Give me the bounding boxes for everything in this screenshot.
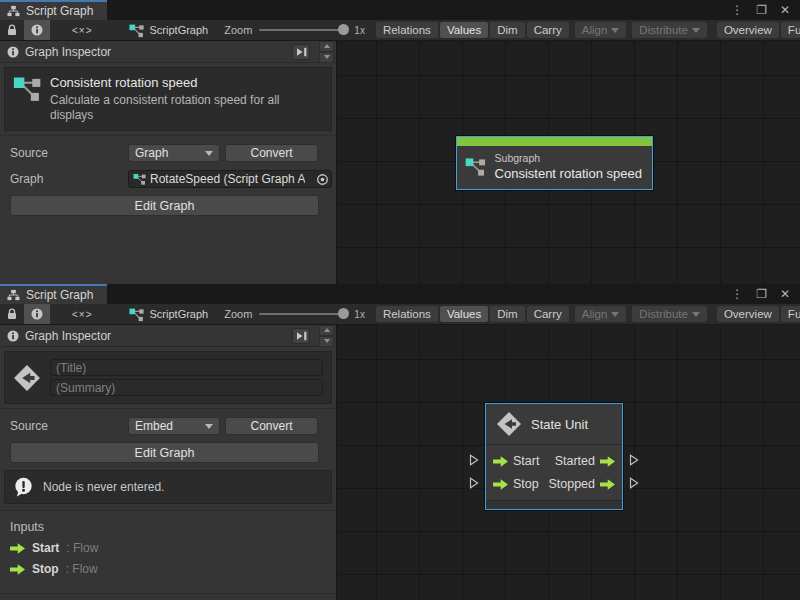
inputs-header: Inputs — [10, 520, 336, 534]
source-dropdown[interactable]: Graph — [128, 144, 220, 162]
script-graph-window-top: Script Graph ⋮ ❐ ✕ <×> ScriptGraph Zoom … — [0, 0, 800, 284]
overview-button[interactable]: Overview — [717, 22, 779, 38]
graph-name-text: ScriptGraph — [150, 24, 209, 36]
current-graph-label: ScriptGraph — [119, 20, 219, 40]
port-list-item: Stop : Flow — [10, 562, 336, 576]
zoom-label: Zoom — [224, 24, 252, 36]
carry-button[interactable]: Carry — [527, 22, 569, 38]
zoom-slider[interactable] — [259, 313, 347, 315]
input-port[interactable]: Start — [493, 454, 539, 468]
state-unit-icon — [496, 411, 522, 437]
edit-graph-button[interactable]: Edit Graph — [10, 195, 319, 216]
convert-button[interactable]: Convert — [225, 144, 318, 162]
tab-script-graph[interactable]: Script Graph — [0, 284, 107, 304]
external-input-port-icon[interactable] — [469, 454, 479, 466]
code-view-button[interactable]: <×> — [50, 304, 115, 324]
zoom-slider[interactable] — [259, 29, 347, 31]
node-color-bar — [457, 137, 652, 146]
inspector-toggle-button[interactable] — [24, 20, 50, 40]
values-button[interactable]: Values — [440, 22, 488, 38]
graph-icon — [129, 307, 144, 322]
port-list-item: Start : Flow — [10, 541, 336, 555]
object-picker-button[interactable] — [316, 173, 329, 186]
external-input-port-icon[interactable] — [469, 477, 479, 489]
carry-button[interactable]: Carry — [527, 306, 569, 322]
arrow-up-icon — [324, 328, 330, 332]
arrow-down-icon — [324, 55, 330, 59]
source-label: Source — [10, 146, 128, 160]
full-screen-button[interactable]: Full Screen — [781, 306, 800, 322]
zoom-value: 1x — [354, 25, 365, 36]
subgraph-node[interactable]: Subgraph Consistent rotation speed — [456, 136, 653, 190]
lock-button[interactable] — [0, 20, 24, 40]
values-button[interactable]: Values — [440, 306, 488, 322]
external-output-port-icon[interactable] — [629, 454, 639, 466]
current-graph-label: ScriptGraph — [119, 304, 219, 324]
source-dropdown[interactable]: Embed — [128, 417, 220, 435]
info-icon — [7, 330, 19, 342]
lock-button[interactable] — [0, 304, 24, 324]
graph-info-box: Consistent rotation speed Calculate a co… — [4, 67, 332, 131]
external-output-port-icon[interactable] — [629, 477, 639, 489]
info-icon — [31, 308, 43, 320]
outputs-section: Outputs — [0, 593, 336, 600]
graph-icon — [129, 23, 144, 38]
overview-button[interactable]: Overview — [717, 306, 779, 322]
source-row: Source Embed Convert — [10, 417, 319, 435]
relations-button[interactable]: Relations — [376, 22, 438, 38]
edit-graph-button[interactable]: Edit Graph — [10, 442, 319, 463]
window-menu-icon[interactable]: ⋮ — [731, 287, 743, 301]
script-graph-tab-icon — [7, 289, 20, 301]
input-port[interactable]: Stop — [493, 477, 539, 491]
tab-script-graph[interactable]: Script Graph — [0, 0, 107, 20]
lock-icon — [7, 308, 17, 320]
script-graph-window-bottom: Script Graph ⋮ ❐ ✕ <×> ScriptGraph Zoom … — [0, 284, 800, 600]
scroll-up-button[interactable] — [319, 325, 334, 336]
relations-button[interactable]: Relations — [376, 306, 438, 322]
dropdown-arrow-icon — [692, 312, 700, 317]
dim-button[interactable]: Dim — [490, 22, 524, 38]
scroll-down-button[interactable] — [319, 52, 334, 63]
title-input[interactable] — [50, 359, 323, 376]
scroll-up-button[interactable] — [319, 41, 334, 52]
output-port[interactable]: Stopped — [548, 477, 615, 491]
zoom-slider-handle[interactable] — [338, 308, 349, 319]
output-port[interactable]: Started — [555, 454, 615, 468]
dim-button[interactable]: Dim — [490, 306, 524, 322]
window-menu-icon[interactable]: ⋮ — [731, 3, 743, 17]
port-label: Start — [513, 454, 539, 468]
graph-canvas[interactable]: Subgraph Consistent rotation speed — [338, 41, 800, 284]
state-unit-icon — [13, 364, 41, 392]
window-maximize-icon[interactable]: ❐ — [756, 287, 767, 301]
scroll-down-button[interactable] — [319, 336, 334, 347]
inspector-expand-button[interactable] — [292, 328, 310, 344]
inspector-scrollbar — [319, 325, 334, 347]
node-footer — [486, 500, 622, 509]
tab-title: Script Graph — [26, 4, 93, 18]
code-view-button[interactable]: <×> — [50, 20, 115, 40]
window-close-icon[interactable]: ✕ — [780, 3, 790, 17]
window-maximize-icon[interactable]: ❐ — [756, 3, 767, 17]
info-icon — [7, 46, 19, 58]
graph-canvas[interactable]: State Unit Start Started Stop — [338, 325, 800, 600]
zoom-slider-handle[interactable] — [338, 24, 349, 35]
arrow-up-icon — [324, 44, 330, 48]
full-screen-button[interactable]: Full Screen — [781, 22, 800, 38]
graph-title-text: Consistent rotation speed — [50, 75, 315, 90]
graph-object-field[interactable]: RotateSpeed (Script Graph A — [128, 170, 332, 188]
graph-inspector-header: Graph Inspector — [0, 325, 336, 347]
node-kind-label: Subgraph — [495, 152, 642, 164]
graph-name-text: ScriptGraph — [150, 308, 209, 320]
inspector-expand-button[interactable] — [292, 44, 310, 60]
convert-button[interactable]: Convert — [225, 417, 318, 435]
graph-object-value: RotateSpeed (Script Graph A — [150, 172, 305, 186]
summary-input[interactable] — [50, 379, 323, 396]
state-unit-node[interactable]: State Unit Start Started Stop — [485, 403, 623, 510]
port-name: Start — [32, 541, 59, 555]
align-button: Align — [575, 22, 627, 38]
zoom-value: 1x — [354, 309, 365, 320]
flow-arrow-icon — [600, 456, 615, 467]
inspector-toggle-button[interactable] — [24, 304, 50, 324]
window-close-icon[interactable]: ✕ — [780, 287, 790, 301]
graph-inspector-header: Graph Inspector — [0, 41, 336, 63]
